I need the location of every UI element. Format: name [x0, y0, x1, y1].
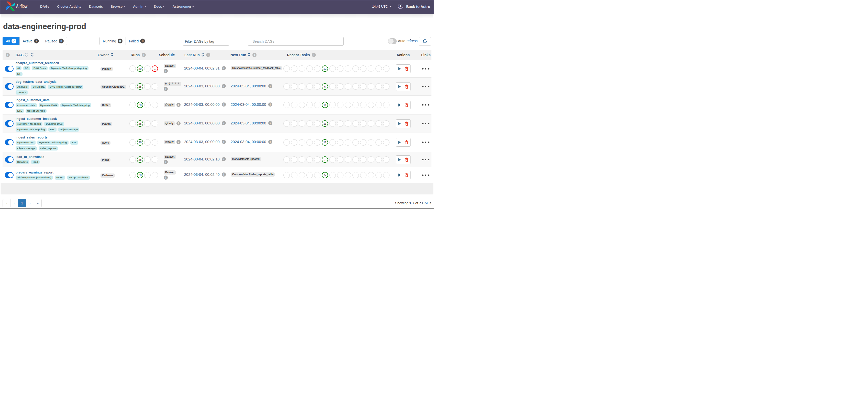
svg-text:A: A: [399, 4, 402, 8]
